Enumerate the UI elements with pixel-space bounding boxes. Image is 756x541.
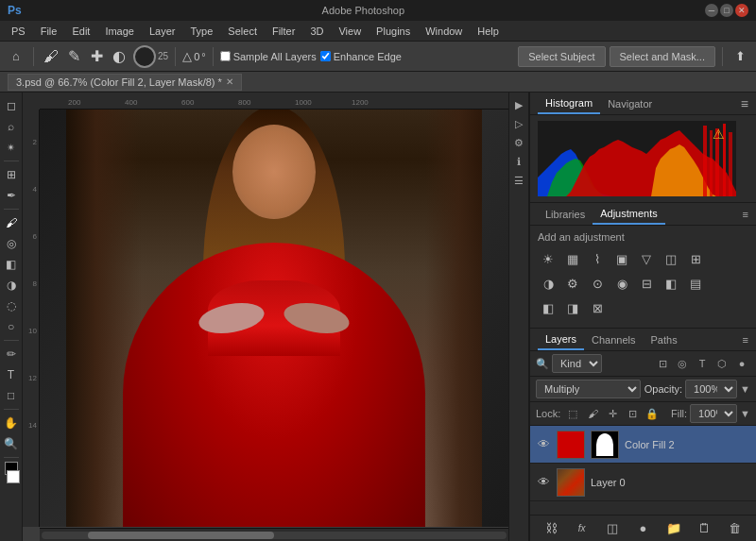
- panel-strip-settings[interactable]: ⚙: [510, 134, 527, 151]
- panel-strip-play[interactable]: ▷: [510, 115, 527, 132]
- adj-exposure-icon[interactable]: ▣: [611, 248, 632, 269]
- layer-row-color-fill-2[interactable]: 👁 Color Fill 2: [530, 426, 756, 464]
- adj-invert-icon[interactable]: ⊟: [636, 273, 657, 294]
- adj-vibrance-icon[interactable]: ▽: [636, 248, 657, 269]
- menu-3d[interactable]: 3D: [302, 24, 331, 39]
- fill-arrow[interactable]: ▼: [740, 408, 750, 419]
- tool-magic-wand[interactable]: ✴: [2, 138, 21, 157]
- tool-gradient[interactable]: ◑: [2, 276, 21, 295]
- window-controls[interactable]: ─ □ ✕: [705, 4, 748, 17]
- layers-tab[interactable]: Layers: [538, 330, 584, 350]
- layer-filter-smart-icon[interactable]: ●: [733, 355, 750, 372]
- adj-curves-icon[interactable]: ⌇: [587, 248, 608, 269]
- tool-pen[interactable]: ✏: [2, 345, 21, 363]
- blend-mode-select[interactable]: Multiply: [536, 380, 641, 398]
- adj-posterize-icon[interactable]: ◧: [661, 273, 681, 294]
- enhance-edge-checkbox[interactable]: Enhance Edge: [320, 51, 402, 62]
- document-tab-close[interactable]: ✕: [226, 76, 233, 87]
- background-color[interactable]: [7, 470, 20, 483]
- tool-brush[interactable]: 🖌: [2, 213, 21, 232]
- select-subject-button[interactable]: Select Subject: [518, 46, 605, 67]
- lock-all-icon[interactable]: 🔒: [644, 405, 661, 422]
- navigator-tab[interactable]: Navigator: [600, 94, 660, 113]
- menu-plugins[interactable]: Plugins: [369, 24, 418, 39]
- menu-ps[interactable]: PS: [4, 24, 33, 39]
- adj-selective-color-icon[interactable]: ◨: [562, 297, 583, 318]
- opacity-arrow[interactable]: ▼: [740, 383, 750, 395]
- layer-visibility-toggle-fill2[interactable]: 👁: [536, 437, 551, 452]
- layer-filter-shape-icon[interactable]: ⬡: [713, 355, 730, 372]
- tool-hand[interactable]: ✋: [2, 414, 21, 432]
- lock-transparent-icon[interactable]: ⬚: [564, 405, 581, 422]
- document-tab-active[interactable]: 3.psd @ 66.7% (Color Fill 2, Layer Mask/…: [8, 74, 242, 91]
- menu-help[interactable]: Help: [470, 24, 507, 39]
- menu-window[interactable]: Window: [418, 24, 470, 39]
- tool-eyedropper[interactable]: ✒: [2, 186, 21, 205]
- layer-fx-button[interactable]: fx: [573, 519, 592, 538]
- layers-menu-icon[interactable]: ≡: [743, 334, 748, 346]
- scrollbar-thumb[interactable]: [88, 532, 274, 539]
- paths-tab[interactable]: Paths: [644, 330, 685, 349]
- lock-position-icon[interactable]: ✛: [604, 405, 621, 422]
- panel-strip-arrow[interactable]: ▶: [510, 96, 527, 113]
- lock-image-icon[interactable]: 🖌: [584, 405, 601, 422]
- adj-colorbalance-icon[interactable]: ⊞: [685, 248, 706, 269]
- fill-select[interactable]: 100%: [690, 404, 737, 423]
- adjustments-tab[interactable]: Adjustments: [593, 204, 665, 225]
- new-layer-button[interactable]: 🗒: [695, 519, 713, 538]
- add-mask-button[interactable]: ◫: [603, 519, 622, 538]
- channels-tab[interactable]: Channels: [584, 330, 643, 349]
- adjustments-menu-icon[interactable]: ≡: [743, 209, 748, 220]
- tool-eraser[interactable]: ◧: [2, 255, 21, 274]
- new-fill-button[interactable]: ●: [633, 519, 652, 538]
- layer-filter-type-icon[interactable]: T: [694, 355, 711, 372]
- brush-preset[interactable]: 🖌: [41, 46, 61, 67]
- sample-all-layers-input[interactable]: [220, 51, 231, 61]
- maximize-button[interactable]: □: [720, 4, 733, 17]
- histogram-menu-icon[interactable]: ≡: [741, 96, 748, 111]
- opacity-select[interactable]: 100%: [685, 380, 737, 398]
- tool-dodge[interactable]: ○: [2, 317, 21, 336]
- menu-file[interactable]: File: [33, 24, 65, 39]
- brush-circle[interactable]: [133, 45, 156, 68]
- layer-filter-pixel-icon[interactable]: ⊡: [654, 355, 671, 372]
- delete-layer-button[interactable]: 🗑: [726, 519, 745, 538]
- select-and-mask-button[interactable]: Select and Mask...: [610, 46, 716, 67]
- canvas-viewport[interactable]: [40, 110, 508, 527]
- adj-channelmixer-icon[interactable]: ⊙: [587, 273, 608, 294]
- layer-filter-adj-icon[interactable]: ◎: [674, 355, 691, 372]
- layer-visibility-toggle-layer0[interactable]: 👁: [536, 475, 551, 490]
- lock-artboard-icon[interactable]: ⊡: [624, 405, 641, 422]
- share-icon[interactable]: ⬆: [730, 46, 750, 67]
- horizontal-scrollbar[interactable]: [40, 528, 508, 541]
- tool-shape[interactable]: □: [2, 386, 21, 405]
- brush-plus[interactable]: ✚: [86, 46, 107, 67]
- brush-minus[interactable]: ◐: [109, 46, 129, 67]
- adj-colorlookup-icon[interactable]: ◉: [611, 273, 632, 294]
- adj-hsl-icon[interactable]: ◫: [661, 248, 681, 269]
- tool-zoom[interactable]: 🔍: [2, 434, 21, 453]
- adj-levels-icon[interactable]: ▦: [562, 248, 583, 269]
- close-button[interactable]: ✕: [735, 4, 748, 17]
- menu-filter[interactable]: Filter: [265, 24, 302, 39]
- libraries-tab[interactable]: Libraries: [538, 205, 593, 224]
- menu-layer[interactable]: Layer: [142, 24, 183, 39]
- adj-photofilter-icon[interactable]: ⚙: [562, 273, 583, 294]
- layers-kind-select[interactable]: Kind: [552, 354, 602, 373]
- adj-threshold-icon[interactable]: ▤: [685, 273, 706, 294]
- menu-select[interactable]: Select: [220, 24, 265, 39]
- panel-strip-layers[interactable]: ☰: [510, 172, 527, 189]
- brush-mode[interactable]: ✎: [63, 46, 84, 67]
- sample-all-layers-checkbox[interactable]: Sample All Layers: [220, 51, 317, 62]
- minimize-button[interactable]: ─: [705, 4, 718, 17]
- adj-gradient-map-icon[interactable]: ◧: [538, 297, 558, 318]
- adj-bw-icon[interactable]: ◑: [538, 273, 558, 294]
- tool-select[interactable]: ◻: [2, 96, 21, 115]
- tool-crop[interactable]: ⊞: [2, 165, 21, 184]
- menu-image[interactable]: Image: [97, 24, 142, 39]
- adj-brightness-icon[interactable]: ☀: [538, 248, 558, 269]
- new-group-button[interactable]: 📁: [664, 519, 683, 538]
- layer-row-layer0[interactable]: 👁 Layer 0: [530, 464, 756, 501]
- home-button[interactable]: ⌂: [6, 46, 26, 67]
- menu-edit[interactable]: Edit: [64, 24, 97, 39]
